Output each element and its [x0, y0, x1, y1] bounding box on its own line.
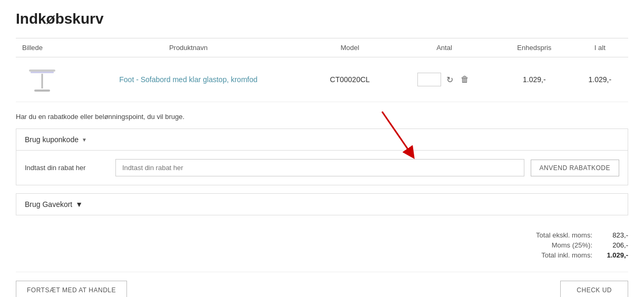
totals-section: Total ekskl. moms: 823,- Moms (25%): 206… — [16, 231, 628, 261]
vat-row: Moms (25%): 206,- — [536, 241, 628, 249]
col-header-quantity: Antal — [392, 38, 497, 57]
cart-table: Billede Produktnavn Model Antal Enhedspr… — [16, 38, 628, 102]
giftcard-header-label: Brug Gavekort — [25, 200, 72, 209]
totals-table: Total ekskl. moms: 823,- Moms (25%): 206… — [536, 231, 628, 261]
vat-value: 206,- — [597, 241, 628, 249]
delete-item-button[interactable]: 🗑 — [458, 74, 471, 85]
coupon-input[interactable] — [115, 159, 524, 176]
row-total: 1.029,- — [572, 57, 628, 102]
coupon-header-label: Brug kuponkode — [25, 135, 79, 144]
giftcard-header[interactable]: Brug Gavekort ▼ — [16, 194, 628, 215]
promo-text: Har du en rabatkode eller belønningspoin… — [16, 113, 628, 121]
col-header-price: Enhedspris — [497, 38, 571, 57]
coupon-section: Brug kuponkode ▼ Indtast din rabat her A… — [16, 128, 628, 185]
checkout-button[interactable]: CHECK UD — [560, 281, 628, 297]
total-incl-value: 1.029,- — [597, 251, 628, 259]
coupon-field-label: Indtast din rabat her — [25, 164, 109, 172]
giftcard-section: Brug Gavekort ▼ — [16, 193, 628, 215]
col-header-model: Model — [308, 38, 392, 57]
product-image — [26, 64, 58, 95]
col-header-product: Produktnavn — [69, 38, 308, 57]
col-header-total: I alt — [572, 38, 628, 57]
table-row: Foot - Sofabord med klar glastop, kromfo… — [16, 57, 628, 102]
col-header-image: Billede — [16, 38, 69, 57]
action-buttons: FORTSÆT MED AT HANDLE CHECK UD — [16, 272, 628, 297]
coupon-input-wrapper — [115, 159, 524, 176]
total-incl-row: Total inkl. moms: 1.029,- — [536, 251, 628, 259]
apply-coupon-button[interactable]: ANVEND RABATKODE — [531, 160, 619, 176]
quantity-control: 1 ↻ 🗑 — [398, 73, 491, 86]
total-excl-row: Total ekskl. moms: 823,- — [536, 231, 628, 239]
giftcard-chevron-icon: ▼ — [75, 200, 83, 209]
unit-price: 1.029,- — [497, 57, 571, 102]
coupon-body: Indtast din rabat her ANVEND RABATKODE — [16, 151, 628, 185]
total-excl-value: 823,- — [597, 231, 628, 239]
continue-shopping-button[interactable]: FORTSÆT MED AT HANDLE — [16, 281, 127, 297]
total-incl-label: Total inkl. moms: — [541, 251, 592, 259]
refresh-qty-button[interactable]: ↻ — [444, 74, 455, 86]
chevron-down-icon: ▼ — [82, 137, 87, 143]
product-model: CT00020CL — [308, 57, 392, 102]
quantity-input[interactable]: 1 — [417, 73, 441, 86]
product-link[interactable]: Foot - Sofabord med klar glastop, kromfo… — [119, 75, 257, 84]
coupon-header[interactable]: Brug kuponkode ▼ — [16, 129, 628, 151]
vat-label: Moms (25%): — [552, 241, 592, 249]
total-excl-label: Total ekskl. moms: — [536, 231, 592, 239]
page-title: Indkøbskurv — [16, 11, 628, 27]
